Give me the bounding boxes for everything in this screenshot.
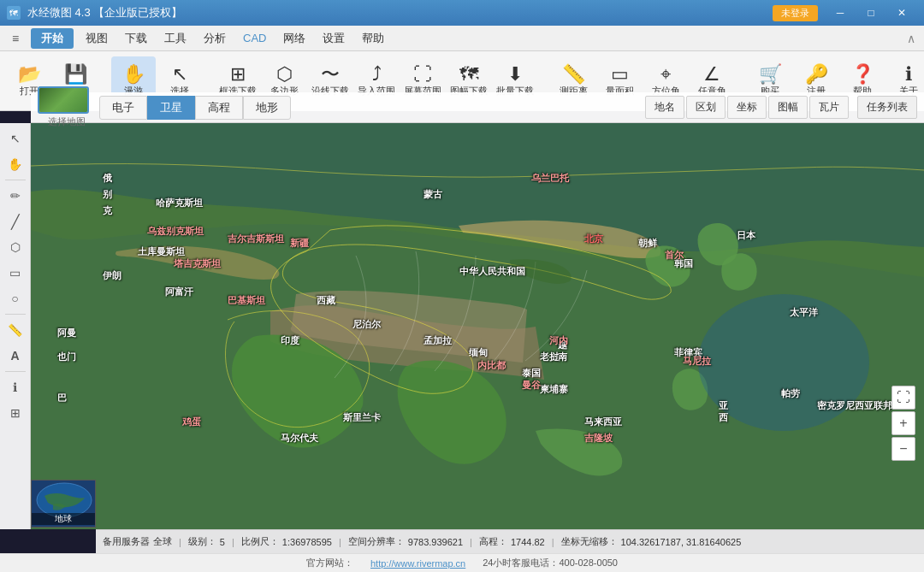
frame-dl-icon: ⊞ [230,65,246,84]
menu-network[interactable]: 网络 [275,27,314,50]
maptype-thumb-label: 选择地图 [48,115,86,128]
statusbar: 备用服务器 全球 | 级别： 5 | 比例尺： 1:36978595 | 空间分… [96,529,924,553]
coord-value: 104.32617187, 31.81640625 [621,537,742,547]
title-left: 🗺 水经微图 4.3 【企业版已授权】 [7,5,182,21]
spatial-prefix: 空间分辨率： [348,535,405,548]
window-controls: ─ □ ✕ [825,0,917,26]
sidebar-sep-3 [5,371,26,372]
zoom-controls: ⛶ + − [891,386,915,461]
level-prefix: 级别： [188,535,216,548]
screen-range-icon: ⛶ [413,65,432,84]
tab-placename[interactable]: 地名 [645,96,684,119]
tab-coordinate[interactable]: 坐标 [727,96,767,119]
tool-line[interactable]: ╱ [3,209,27,233]
elevation-prefix: 高程： [479,535,507,548]
scale-prefix: 比例尺： [241,535,279,548]
maptype-thumb-inner [39,88,87,112]
tool-info[interactable]: ℹ [3,375,27,399]
tab-tile[interactable]: 瓦片 [809,96,849,119]
measure-area-icon: ▭ [611,65,629,84]
tool-text[interactable]: A [3,344,27,368]
elevation-value: 1744.82 [511,537,545,547]
minimize-button[interactable]: ─ [825,0,856,26]
website-link[interactable]: http://www.rivermap.cn [370,558,465,569]
maptype-tabs: 电子 卫星 高程 地形 [99,96,291,120]
tool-layer[interactable]: ⊞ [3,401,27,425]
polygon-icon: ⬡ [276,65,293,84]
measure-dist-icon: 📏 [562,65,585,84]
globe-label: 地球 [32,513,95,525]
tab-elevation[interactable]: 高程 [195,96,243,120]
titlebar: 🗺 水经微图 4.3 【企业版已授权】 未登录 ─ □ ✕ [0,0,924,26]
collapse-icon[interactable]: ∧ [902,32,921,45]
sidebar-sep-2 [5,314,26,315]
expand-button[interactable]: ⛶ [891,386,915,410]
menubar: ≡ 开始 视图 下载 工具 分析 CAD 网络 设置 帮助 ∧ [0,26,924,51]
menu-start[interactable]: 开始 [31,28,74,49]
menu-view[interactable]: 视图 [77,27,116,50]
tool-hand[interactable]: ✋ [3,152,27,176]
menu-download[interactable]: 下载 [116,27,156,50]
import-range-icon: ⤴ [372,65,382,84]
official-label: 官方网站： [306,557,353,569]
tool-pointer[interactable]: ↖ [3,127,27,150]
maptypebar: 选择地图 电子 卫星 高程 地形 地名 区划 坐标 图幅 瓦片 任务列表 [31,92,924,123]
menu-cad[interactable]: CAD [234,28,275,48]
buy-icon: 🛒 [759,65,782,84]
about-icon: ℹ [905,65,912,84]
tab-electronic[interactable]: 电子 [99,96,147,120]
line-dl-icon: 〜 [321,65,340,84]
save-icon: 💾 [64,65,87,84]
mini-globe[interactable]: 地球 [31,480,96,528]
menu-tools[interactable]: 工具 [156,27,195,50]
app-title: 水经微图 4.3 【企业版已授权】 [27,5,182,21]
select-icon: ↖ [172,65,187,84]
tab-mapframe[interactable]: 图幅 [768,96,808,119]
help-icon: ❓ [851,65,874,84]
tool-measure[interactable]: 📏 [3,318,27,342]
any-angle-icon: ∠ [703,65,720,84]
tab-satellite[interactable]: 卫星 [147,96,195,120]
maptype-thumb-container[interactable]: 选择地图 [38,86,96,128]
scope-label: 全球 [153,535,172,548]
close-button[interactable]: ✕ [886,0,917,26]
tool-circle[interactable]: ○ [3,286,27,310]
tool-polygon[interactable]: ⬡ [3,235,27,259]
service-label: 24小时客服电话：400-028-0050 [483,557,618,569]
maptype-right-tabs: 地名 区划 坐标 图幅 瓦片 任务列表 [645,96,917,119]
tab-terrain[interactable]: 地形 [243,96,291,120]
open-icon: 📂 [18,65,41,84]
left-sidebar: ↖ ✋ ✏ ╱ ⬡ ▭ ○ 📏 A ℹ ⊞ [0,123,31,529]
sidebar-sep-1 [5,180,26,180]
map-background[interactable]: 哈萨克斯坦蒙古乌兰巴托俄别克土库曼斯坦乌兹别克斯坦塔吉克斯坦阿富汗伊朗巴基斯坦吉… [31,123,924,529]
register-icon: 🔑 [805,65,828,84]
coord-prefix: 坐标无缩移： [561,535,618,548]
map-svg [31,123,924,529]
map-area[interactable]: 哈萨克斯坦蒙古乌兰巴托俄别克土库曼斯坦乌兹别克斯坦塔吉克斯坦阿富汗伊朗巴基斯坦吉… [31,123,924,529]
zoom-in-button[interactable]: + [891,411,915,435]
maptype-thumb[interactable] [38,86,89,114]
browse-icon: ✋ [122,65,145,84]
menu-help[interactable]: 帮助 [353,27,393,50]
map-dl-icon: 🗺 [459,65,478,84]
level-value: 5 [220,537,225,547]
scale-value: 1:36978595 [282,537,332,547]
app-icon: 🗺 [7,6,21,20]
svg-point-1 [698,294,869,431]
maximize-button[interactable]: □ [856,0,886,26]
menu-analysis[interactable]: 分析 [195,27,234,50]
website-bar: 官方网站： http://www.rivermap.cn 24小时客服电话：40… [0,553,924,572]
task-list-button[interactable]: 任务列表 [857,96,917,119]
menu-settings[interactable]: 设置 [314,27,353,50]
tool-pencil[interactable]: ✏ [3,184,27,208]
login-button[interactable]: 未登录 [773,5,818,21]
batch-dl-icon: ⬇ [507,65,523,84]
spatial-value: 9783.939621 [408,537,463,547]
bearing-icon: ⌖ [660,65,671,84]
tab-district[interactable]: 区划 [686,96,726,119]
zoom-out-button[interactable]: − [891,437,915,461]
tool-rect[interactable]: ▭ [3,261,27,285]
menu-toggle[interactable]: ≡ [3,27,27,50]
server-label: 备用服务器 [103,535,150,548]
